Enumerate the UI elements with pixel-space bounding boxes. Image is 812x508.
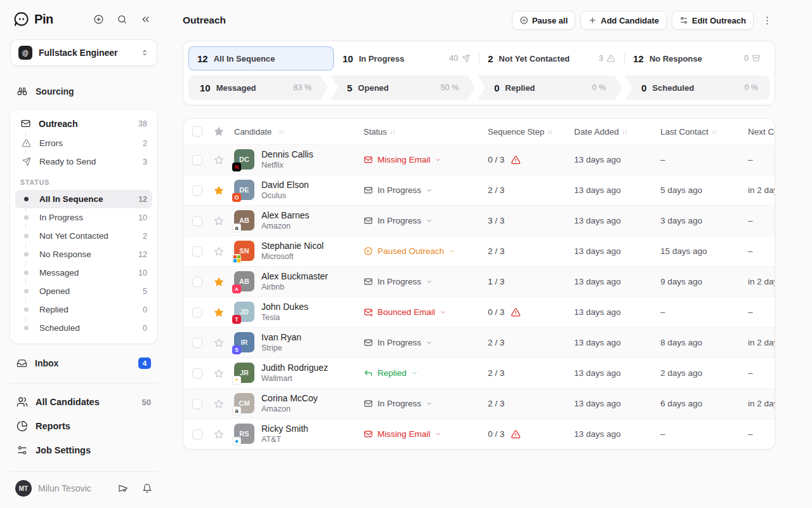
pause-circle-icon: [520, 16, 528, 25]
star-filled-icon[interactable]: [214, 307, 224, 318]
funnel-replied[interactable]: 0 Replied 0 %: [478, 76, 622, 100]
status-dropdown[interactable]: In Progress: [363, 216, 433, 225]
candidate-cell[interactable]: Ricky SmithAT&T: [261, 424, 308, 444]
status-dropdown[interactable]: Missing Email: [363, 429, 442, 439]
funnel-messaged[interactable]: 10 Messaged 83 %: [188, 76, 328, 100]
table-row-john-dukes[interactable]: JDTJohn DukesTeslaBounced Email0 / 313 d…: [183, 297, 775, 327]
row-checkbox[interactable]: [192, 338, 202, 348]
select-all-checkbox[interactable]: [192, 126, 202, 137]
row-checkbox[interactable]: [192, 216, 202, 226]
star-filled-icon[interactable]: [214, 277, 224, 287]
column-header-next-contact[interactable]: Next Contact↓↑: [748, 127, 775, 137]
candidate-cell[interactable]: Dennis CallisNetflix: [261, 149, 313, 170]
sidebar-status-opened[interactable]: Opened5: [15, 282, 152, 300]
column-header-last-contact[interactable]: Last Contact↓↑: [660, 127, 748, 137]
search-icon[interactable]: [117, 14, 128, 25]
row-checkbox[interactable]: [192, 307, 202, 318]
status-dropdown[interactable]: In Progress: [363, 185, 433, 195]
sidebar-item-job-settings[interactable]: Job Settings: [10, 438, 157, 462]
star-outline-icon[interactable]: [214, 155, 224, 165]
next-contact-value: –: [748, 246, 775, 256]
sidebar-item-all-candidates[interactable]: All Candidates 50: [10, 390, 157, 414]
status-dropdown[interactable]: In Progress: [363, 399, 433, 408]
table-row-david-elson[interactable]: DEODavid ElsonOculusIn Progress2 / 313 d…: [183, 175, 775, 205]
candidates-table: Candidate↓↑ Status↓↑ Sequence Step↓↑ Dat…: [183, 118, 775, 450]
row-checkbox[interactable]: [192, 277, 202, 287]
row-checkbox[interactable]: [192, 368, 202, 378]
new-item-icon[interactable]: [93, 14, 104, 25]
status-dropdown[interactable]: Paused Outreach: [363, 246, 455, 256]
collapse-sidebar-icon[interactable]: [140, 14, 151, 25]
sidebar-item-sourcing[interactable]: Sourcing: [10, 81, 157, 102]
table-row-ivan-ryan[interactable]: IRSIvan RyanStripeIn Progress2 / 313 day…: [183, 327, 775, 358]
star-outline-icon[interactable]: [214, 246, 224, 257]
candidate-cell[interactable]: Judith RodriguezWallmart: [261, 363, 328, 384]
candidate-cell[interactable]: Stephanie NicolMicrosoft: [261, 241, 324, 262]
candidate-cell[interactable]: Alex BarnesAmazon: [261, 210, 309, 231]
candidate-cell[interactable]: John DukesTesla: [261, 302, 308, 323]
column-header-status[interactable]: Status↓↑: [363, 127, 488, 137]
status-dropdown[interactable]: In Progress: [363, 338, 433, 347]
row-checkbox[interactable]: [192, 429, 202, 439]
status-dropdown[interactable]: In Progress: [363, 277, 433, 286]
pause-all-button[interactable]: Pause all: [512, 11, 575, 30]
column-header-candidate[interactable]: Candidate↓↑: [234, 127, 363, 137]
megaphone-icon[interactable]: [118, 483, 128, 493]
candidate-cell[interactable]: Ivan RyanStripe: [261, 332, 301, 353]
sidebar-status-replied[interactable]: Replied0: [15, 300, 152, 319]
sidebar-status-scheduled[interactable]: Scheduled0: [15, 319, 152, 337]
status-dropdown[interactable]: Missing Email: [363, 155, 442, 164]
funnel-opened[interactable]: 5 Opened 50 %: [331, 76, 475, 100]
column-header-sequence-step[interactable]: Sequence Step↓↑: [488, 127, 574, 137]
status-dropdown[interactable]: Replied: [363, 368, 418, 378]
sidebar-item-outreach[interactable]: Outreach 38: [15, 113, 152, 134]
row-checkbox[interactable]: [192, 246, 202, 257]
next-contact-value: in 2 days: [748, 185, 775, 195]
row-checkbox[interactable]: [192, 155, 202, 165]
candidate-cell[interactable]: David ElsonOculus: [261, 180, 309, 201]
sidebar-item-inbox[interactable]: Inbox 4: [10, 352, 157, 374]
sidebar-status-not-yet-contacted[interactable]: Not Yet Contacted2: [15, 227, 152, 245]
sidebar-status-no-response[interactable]: No Response12: [15, 245, 152, 264]
sidebar-status-all-in-sequence[interactable]: All In Sequence12: [15, 190, 152, 208]
star-outline-icon[interactable]: [214, 338, 224, 348]
sidebar-item-reports[interactable]: Reports: [10, 414, 157, 438]
stat-no-response[interactable]: 12 No Response 0: [624, 46, 769, 70]
edit-outreach-button[interactable]: Edit Outreach: [672, 11, 754, 30]
table-row-stephanie-nicol[interactable]: SNStephanie NicolMicrosoftPaused Outreac…: [183, 236, 775, 266]
star-outline-icon[interactable]: [214, 399, 224, 409]
bell-icon[interactable]: [142, 483, 152, 493]
column-label: Sequence Step: [488, 127, 544, 137]
stat-all-in-sequence[interactable]: 12 All In Sequence: [188, 46, 334, 70]
row-checkbox[interactable]: [192, 399, 202, 409]
stat-in-progress[interactable]: 10 In Progress 40: [334, 46, 479, 70]
status-dropdown[interactable]: Bounced Email: [363, 307, 447, 317]
star-outline-icon[interactable]: [214, 429, 224, 439]
avatar[interactable]: MT: [15, 480, 32, 497]
funnel-scheduled[interactable]: 0 Scheduled 0 %: [625, 76, 769, 100]
table-row-ricky-smith[interactable]: RS●Ricky SmithAT&TMissing Email0 / 313 d…: [183, 418, 775, 449]
table-row-judith-rodriguez[interactable]: JR*Judith RodriguezWallmartReplied2 / 31…: [183, 358, 775, 388]
table-row-corina-mccoy[interactable]: CMaCorina McCoyAmazonIn Progress2 / 313 …: [183, 388, 775, 418]
sidebar-item-errors[interactable]: Errors 2: [15, 134, 152, 152]
star-column-icon[interactable]: [214, 126, 224, 137]
candidate-cell[interactable]: Alex BuckmasterAirbnb: [261, 271, 328, 292]
more-options-button[interactable]: [759, 11, 775, 29]
row-checkbox[interactable]: [192, 185, 202, 196]
job-selector[interactable]: @ Fullstack Engineer: [10, 39, 157, 66]
sidebar-status-in-progress[interactable]: In Progress10: [15, 208, 152, 227]
candidate-cell[interactable]: Corina McCoyAmazon: [261, 393, 318, 414]
table-row-alex-buckmaster[interactable]: ABʌAlex BuckmasterAirbnbIn Progress1 / 3…: [183, 266, 775, 297]
star-filled-icon[interactable]: [214, 185, 224, 196]
sidebar-status-messaged[interactable]: Messaged10: [15, 264, 152, 282]
mail-icon: [20, 118, 31, 129]
table-row-dennis-callis[interactable]: DCNDennis CallisNetflixMissing Email0 / …: [183, 144, 775, 175]
star-outline-icon[interactable]: [214, 216, 224, 226]
column-header-date-added[interactable]: Date Added↓↑: [574, 127, 660, 137]
stat-not-yet-contacted[interactable]: 2 Not Yet Contacted 3: [479, 46, 624, 70]
table-row-alex-barnes[interactable]: ABaAlex BarnesAmazonIn Progress3 / 313 d…: [183, 205, 775, 236]
sidebar-item-ready-to-send[interactable]: Ready to Send 3: [15, 152, 152, 171]
add-candidate-button[interactable]: Add Candidate: [580, 11, 667, 30]
star-outline-icon[interactable]: [214, 368, 224, 378]
status-progress-icon: [363, 338, 373, 347]
